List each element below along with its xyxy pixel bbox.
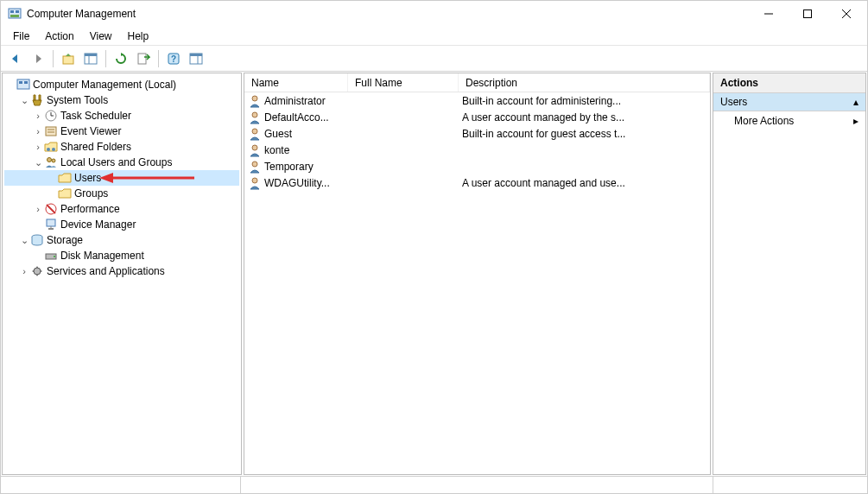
- expand-icon[interactable]: ›: [32, 142, 44, 152]
- list-row-user[interactable]: AdministratorBuilt-in account for admini…: [244, 92, 710, 109]
- column-description[interactable]: Description: [459, 73, 710, 92]
- actions-title: Actions: [713, 73, 865, 93]
- tree-storage[interactable]: ⌄ Storage: [4, 232, 239, 248]
- maximize-button[interactable]: [788, 2, 827, 27]
- collapse-icon[interactable]: ⌄: [18, 95, 30, 106]
- status-segment: [241, 477, 713, 493]
- status-bar: [1, 476, 867, 493]
- tree-shared-folders[interactable]: › Shared Folders: [4, 139, 239, 155]
- app-icon: [8, 7, 22, 21]
- user-fullname: [348, 100, 459, 102]
- user-description: [459, 149, 710, 151]
- svg-rect-34: [48, 228, 54, 230]
- expand-icon[interactable]: ›: [32, 126, 44, 136]
- tree-label: Local Users and Groups: [60, 156, 172, 168]
- refresh-button[interactable]: [111, 49, 130, 68]
- tree-performance[interactable]: › Performance: [4, 201, 239, 217]
- svg-rect-11: [85, 54, 97, 56]
- user-fullname: [348, 182, 459, 184]
- menu-view[interactable]: View: [83, 28, 119, 44]
- actions-section-label: Users: [720, 96, 747, 108]
- list-row-user[interactable]: WDAGUtility...A user account managed and…: [244, 174, 710, 191]
- tree-pane: Computer Management (Local) ⌄ System Too…: [2, 73, 242, 475]
- disk-icon: [44, 249, 58, 263]
- toolbar-separator: [105, 50, 106, 67]
- user-icon: [248, 94, 262, 108]
- menu-action[interactable]: Action: [38, 28, 80, 44]
- svg-rect-12: [138, 54, 146, 64]
- user-fullname: [348, 133, 459, 135]
- show-hide-tree-button[interactable]: [81, 49, 100, 68]
- tree-device-manager[interactable]: Device Manager: [4, 217, 239, 232]
- show-hide-action-button[interactable]: [187, 49, 206, 68]
- tree-groups[interactable]: Groups: [4, 186, 239, 201]
- tree-label: Event Viewer: [60, 125, 121, 137]
- actions-more[interactable]: More Actions ▸: [713, 111, 865, 130]
- collapse-icon[interactable]: ⌄: [18, 235, 30, 246]
- svg-rect-5: [803, 10, 811, 18]
- svg-point-39: [34, 268, 41, 275]
- user-description: A user account managed and use...: [459, 176, 710, 190]
- storage-icon: [30, 233, 44, 247]
- tree-label: Shared Folders: [60, 141, 131, 153]
- svg-rect-18: [17, 79, 29, 89]
- tree-system-tools[interactable]: ⌄ System Tools: [4, 92, 239, 108]
- toolbar: ?: [1, 46, 867, 72]
- svg-point-38: [54, 256, 55, 257]
- user-name: DefaultAcco...: [264, 111, 329, 124]
- tree-services-apps[interactable]: › Services and Applications: [4, 263, 239, 279]
- user-name: Guest: [264, 128, 292, 140]
- device-manager-icon: [44, 218, 58, 231]
- svg-rect-2: [16, 10, 19, 13]
- expand-icon[interactable]: ›: [32, 111, 44, 121]
- svg-point-42: [252, 112, 257, 117]
- tree-root[interactable]: Computer Management (Local): [4, 77, 239, 92]
- services-icon: [30, 264, 44, 278]
- titlebar: Computer Management: [1, 1, 867, 27]
- actions-pane: Actions Users ▴ More Actions ▸: [713, 73, 866, 475]
- menu-help[interactable]: Help: [121, 28, 156, 44]
- user-name: WDAGUtility...: [264, 177, 330, 189]
- column-fullname[interactable]: Full Name: [348, 73, 459, 92]
- column-name[interactable]: Name: [244, 73, 348, 92]
- help-button[interactable]: ?: [164, 49, 183, 68]
- actions-section-users[interactable]: Users ▴: [713, 93, 865, 111]
- close-button[interactable]: [827, 2, 865, 27]
- list-row-user[interactable]: Temporary: [244, 158, 710, 174]
- tree-local-users-groups[interactable]: ⌄ Local Users and Groups: [4, 155, 239, 170]
- list-row-user[interactable]: konte: [244, 142, 710, 158]
- tree-label: Groups: [74, 187, 108, 200]
- svg-point-45: [252, 162, 257, 167]
- svg-point-44: [252, 145, 257, 150]
- list-row-user[interactable]: DefaultAcco...A user account managed by …: [244, 109, 710, 125]
- content-area: Computer Management (Local) ⌄ System Too…: [1, 72, 867, 476]
- forward-button[interactable]: [29, 49, 48, 68]
- user-description: [459, 166, 710, 168]
- actions-more-label: More Actions: [734, 115, 794, 127]
- minimize-button[interactable]: [749, 2, 788, 27]
- performance-icon: [44, 202, 58, 216]
- tree-label: Storage: [47, 234, 83, 246]
- svg-point-46: [252, 178, 257, 183]
- collapse-icon[interactable]: ⌄: [32, 157, 44, 168]
- list-row-user[interactable]: GuestBuilt-in account for guest access t…: [244, 125, 710, 142]
- computer-management-icon: [16, 78, 30, 92]
- menu-file[interactable]: File: [6, 28, 36, 44]
- back-button[interactable]: [6, 49, 25, 68]
- up-button[interactable]: [59, 49, 78, 68]
- tree-event-viewer[interactable]: › Event Viewer: [4, 124, 239, 139]
- expand-icon[interactable]: ›: [32, 204, 44, 214]
- tree-users[interactable]: Users: [4, 170, 239, 186]
- user-icon: [248, 160, 262, 174]
- svg-rect-3: [10, 15, 19, 17]
- expand-icon[interactable]: ›: [18, 266, 30, 276]
- svg-point-27: [47, 148, 50, 151]
- svg-text:?: ?: [171, 54, 176, 64]
- tree-disk-management[interactable]: Disk Management: [4, 248, 239, 263]
- tree-task-scheduler[interactable]: › Task Scheduler: [4, 108, 239, 124]
- user-description: Built-in account for guest access t...: [459, 127, 710, 141]
- export-button[interactable]: [134, 49, 153, 68]
- user-fullname: [348, 117, 459, 118]
- user-description: A user account managed by the s...: [459, 111, 710, 124]
- users-groups-icon: [44, 155, 58, 169]
